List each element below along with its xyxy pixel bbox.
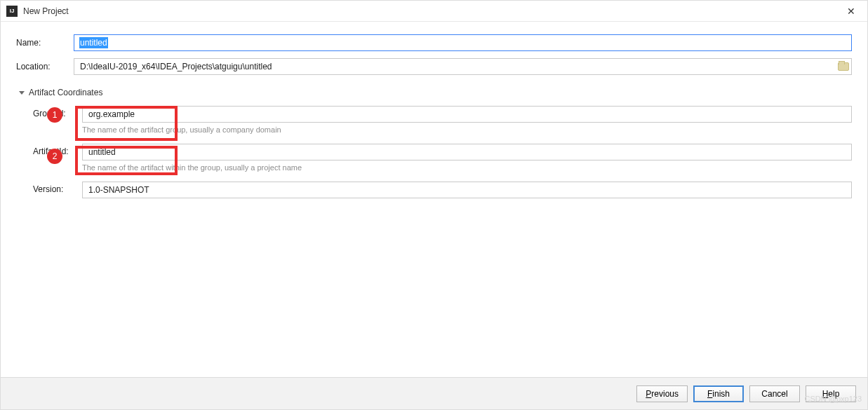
row-name: Name: untitled [16, 34, 852, 51]
artifact-id-hint: The name of the artifact within the grou… [82, 163, 852, 172]
dialog-content: Name: untitled Location: Artifact Coordi… [1, 22, 867, 214]
close-icon[interactable]: ✕ [835, 1, 867, 21]
version-input[interactable] [82, 182, 852, 198]
name-input[interactable] [74, 34, 852, 51]
title-bar: IJ New Project ✕ [1, 1, 867, 22]
row-group-id: GroupId: The name of the artifact group,… [33, 106, 852, 134]
artifact-coordinates-body: GroupId: The name of the artifact group,… [16, 106, 852, 198]
artifact-id-label: ArtifactId: [33, 144, 82, 156]
browse-folder-icon[interactable] [838, 61, 849, 71]
window-title: New Project [23, 6, 69, 16]
previous-button[interactable]: Previous [636, 385, 688, 402]
dialog-footer: Previous Finish Cancel Help [1, 377, 867, 409]
location-input[interactable] [74, 58, 852, 75]
cancel-button[interactable]: Cancel [749, 385, 800, 402]
row-version: Version: [33, 182, 852, 198]
version-label: Version: [33, 182, 82, 194]
group-id-input[interactable] [82, 106, 852, 123]
artifact-coordinates-header[interactable]: Artifact Coordinates [19, 88, 852, 97]
chevron-down-icon [19, 91, 25, 95]
help-button[interactable]: Help [806, 385, 856, 402]
artifact-id-input[interactable] [82, 144, 852, 160]
app-icon: IJ [6, 6, 18, 17]
group-id-label: GroupId: [33, 106, 82, 118]
finish-button[interactable]: Finish [693, 385, 744, 402]
artifact-coordinates-title: Artifact Coordinates [29, 88, 102, 97]
row-location: Location: [16, 58, 852, 75]
previous-label-rest: revious [651, 389, 679, 399]
name-label: Name: [16, 38, 74, 48]
help-label-rest: elp [828, 389, 839, 399]
group-id-hint: The name of the artifact group, usually … [82, 125, 852, 134]
row-artifact-id: ArtifactId: The name of the artifact wit… [33, 144, 852, 172]
location-label: Location: [16, 62, 74, 71]
finish-label-rest: inish [712, 389, 730, 399]
